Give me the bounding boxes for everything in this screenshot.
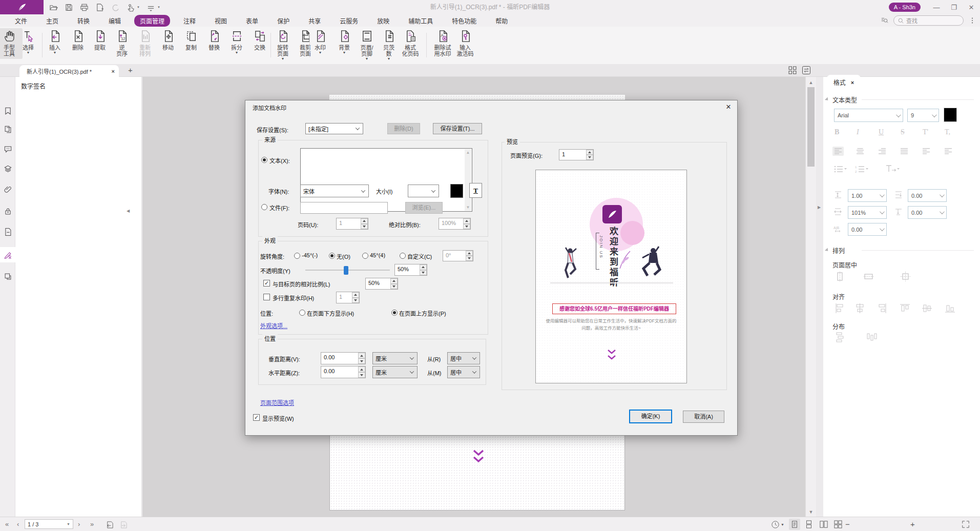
font-size-combo[interactable]: 9 bbox=[907, 109, 939, 122]
reading-mode-dropdown-icon[interactable]: ▼ bbox=[781, 523, 784, 526]
minimize-button[interactable]: — bbox=[928, 0, 945, 14]
font-combo[interactable]: 宋体 bbox=[300, 185, 369, 197]
search-input[interactable]: 查找 bbox=[893, 15, 964, 26]
zoom-out-button[interactable]: − bbox=[845, 520, 850, 528]
subscript-button[interactable]: T, bbox=[945, 128, 950, 136]
menu-tab-共享[interactable]: 共享 bbox=[308, 16, 321, 25]
ok-button[interactable]: 确定(K) bbox=[629, 410, 672, 423]
menu-tab-页面管理[interactable]: 页面管理 bbox=[134, 15, 170, 27]
align-bottom-button[interactable] bbox=[945, 303, 955, 313]
indent-more-button[interactable] bbox=[921, 147, 932, 156]
touch-mode-icon[interactable] bbox=[126, 3, 135, 12]
horizontal-distance-spinner[interactable]: 0.00 bbox=[321, 366, 366, 378]
ribbon-format-page-button[interactable]: 格式化页码 bbox=[397, 29, 424, 57]
preview-page-spinner[interactable]: 1 bbox=[559, 149, 594, 160]
new-page-icon[interactable] bbox=[95, 3, 104, 12]
page-chevron-icon[interactable] bbox=[472, 449, 485, 464]
rotate-custom-spinner[interactable]: 0° bbox=[443, 250, 473, 261]
vertical-unit-combo[interactable]: 厘米 bbox=[372, 352, 418, 364]
show-preview-checkbox[interactable]: ✓ bbox=[253, 414, 260, 421]
fullscreen-icon[interactable] bbox=[962, 520, 970, 528]
menu-tab-主页[interactable]: 主页 bbox=[46, 16, 58, 25]
abs-scale-spinner[interactable]: 100% bbox=[439, 218, 471, 230]
char-scale-combo[interactable]: 101% bbox=[848, 206, 887, 219]
document-tab[interactable]: 新人引导(1)_OCR(3).pdf * × bbox=[19, 65, 119, 77]
sidebar-snapshot-button[interactable] bbox=[0, 269, 15, 284]
align-center-button[interactable] bbox=[854, 147, 866, 156]
menu-tab-保护[interactable]: 保护 bbox=[277, 16, 289, 25]
page-indicator[interactable]: 1 / 3 ▼ bbox=[25, 519, 73, 529]
rotate-45-radio[interactable] bbox=[362, 253, 368, 259]
menu-tab-视图[interactable]: 视图 bbox=[215, 16, 227, 25]
font-color-swatch[interactable] bbox=[944, 108, 957, 122]
next-view-icon[interactable] bbox=[119, 520, 128, 529]
menu-tab-特色功能[interactable]: 特色功能 bbox=[452, 16, 476, 25]
file-source-radio[interactable] bbox=[261, 204, 267, 210]
sidebar-comments-button[interactable] bbox=[0, 142, 15, 157]
superscript-button[interactable]: T' bbox=[923, 128, 928, 136]
bullet-list-button[interactable] bbox=[833, 165, 847, 173]
undo-icon[interactable] bbox=[111, 3, 119, 12]
save-icon[interactable] bbox=[65, 3, 73, 12]
text-source-radio[interactable] bbox=[261, 157, 267, 163]
justify-button[interactable] bbox=[899, 147, 910, 156]
ribbon-watermark-button[interactable]: 水印▼ bbox=[307, 29, 333, 54]
prev-page-button[interactable]: ‹ bbox=[17, 520, 19, 528]
first-page-button[interactable]: « bbox=[5, 520, 9, 528]
opacity-slider-thumb[interactable] bbox=[344, 266, 348, 275]
rotate-custom-radio[interactable] bbox=[400, 253, 406, 259]
multiline-spinner[interactable]: 1 bbox=[336, 292, 360, 303]
next-page-button[interactable]: › bbox=[78, 520, 80, 528]
sidebar-pages-button[interactable] bbox=[0, 122, 15, 137]
relative-scale-checkbox[interactable]: ✓ bbox=[263, 280, 270, 287]
text-direction-button[interactable] bbox=[885, 164, 900, 173]
browse-button[interactable]: 浏览(E)... bbox=[405, 202, 443, 214]
char-vspacing-combo[interactable]: 0.00 bbox=[908, 206, 947, 219]
cancel-button[interactable]: 取消(A) bbox=[683, 411, 724, 423]
document-scrollbar[interactable]: ▲ ▼ bbox=[805, 77, 816, 517]
scrollbar-thumb[interactable] bbox=[807, 87, 815, 167]
tab-grid-icon[interactable] bbox=[788, 66, 797, 75]
touch-mode-dropdown-icon[interactable]: ▼ bbox=[137, 6, 140, 9]
pos-below-radio[interactable] bbox=[299, 310, 305, 316]
zoom-in-button[interactable]: + bbox=[910, 520, 915, 528]
strikethrough-button[interactable]: S bbox=[901, 128, 905, 136]
file-path-input[interactable] bbox=[300, 202, 388, 214]
numbered-list-button[interactable]: 12 bbox=[855, 165, 868, 173]
rotate-minus45-radio[interactable] bbox=[294, 253, 300, 259]
customize-toolbar-dropdown-icon[interactable]: ▼ bbox=[157, 6, 160, 9]
italic-button[interactable]: I bbox=[857, 128, 859, 136]
arrange-center-both-button[interactable] bbox=[901, 272, 910, 281]
new-tab-button[interactable]: + bbox=[128, 66, 133, 74]
word-spacing-combo[interactable]: 0.00 bbox=[848, 223, 887, 236]
sidebar-attachment-button[interactable] bbox=[0, 182, 15, 197]
arrange-center-vertical-button[interactable] bbox=[864, 272, 873, 281]
align-left-button[interactable] bbox=[835, 303, 845, 313]
sidebar-signature-button[interactable] bbox=[0, 247, 15, 262]
collapse-right-panel-icon[interactable]: ▶ bbox=[818, 205, 821, 210]
underline-button[interactable]: U bbox=[879, 128, 884, 136]
arrange-center-horizontal-button[interactable] bbox=[835, 272, 845, 281]
customize-toolbar-icon[interactable] bbox=[147, 3, 155, 12]
dialog-close-icon[interactable]: ✕ bbox=[724, 103, 733, 111]
pos-above-radio[interactable] bbox=[391, 310, 398, 316]
vertical-anchor-combo[interactable]: 居中 bbox=[447, 352, 480, 364]
sidebar-destination-button[interactable] bbox=[0, 224, 15, 240]
bold-button[interactable]: B bbox=[835, 128, 839, 136]
menu-tab-帮助[interactable]: 帮助 bbox=[495, 16, 508, 25]
para-spacing-combo[interactable]: 0.00 bbox=[908, 189, 947, 202]
text-color-swatch[interactable] bbox=[450, 184, 463, 198]
scroll-down-icon[interactable]: ▼ bbox=[807, 509, 815, 515]
page-number-spinner[interactable]: 1 bbox=[336, 218, 368, 230]
single-page-view-icon[interactable] bbox=[790, 520, 799, 528]
text-style-button[interactable]: T bbox=[469, 183, 482, 198]
menu-tab-编辑[interactable]: 编辑 bbox=[109, 16, 121, 25]
tab-switch-icon[interactable] bbox=[802, 66, 811, 75]
collapse-left-panel-icon[interactable]: ◀ bbox=[127, 205, 131, 217]
ribbon-select-button[interactable]: 选择▼ bbox=[15, 29, 41, 54]
print-icon[interactable] bbox=[80, 3, 89, 12]
ribbon-activation-button[interactable]: 输入激活码 bbox=[452, 29, 478, 57]
scroll-up-icon[interactable]: ▲ bbox=[807, 79, 815, 86]
last-page-button[interactable]: » bbox=[90, 520, 94, 528]
line-spacing-combo[interactable]: 1.00 bbox=[848, 189, 887, 202]
